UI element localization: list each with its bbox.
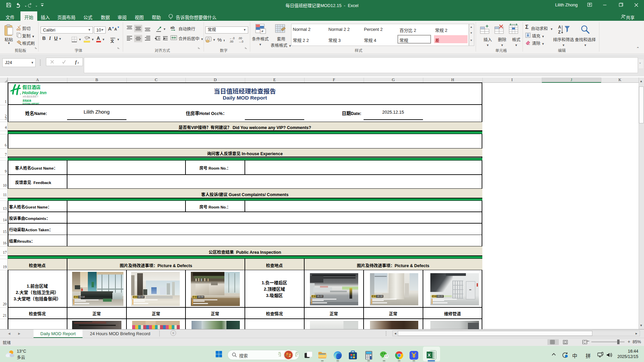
svg-text:▼: ▼ (78, 38, 82, 41)
svg-text:▼: ▼ (163, 27, 166, 31)
svg-text:▼: ▼ (213, 38, 216, 42)
svg-text:.00: .00 (229, 40, 233, 43)
svg-text:X: X (428, 353, 431, 358)
svg-text:▼: ▼ (91, 38, 94, 41)
svg-text:▼: ▼ (102, 38, 105, 41)
svg-text:x: x (77, 61, 79, 64)
svg-text:▼: ▼ (117, 38, 120, 41)
svg-text:Z: Z (558, 30, 560, 35)
svg-text:←.0: ←.0 (229, 37, 235, 40)
svg-text:假日酒店: 假日酒店 (22, 83, 41, 90)
svg-text:→.0: →.0 (238, 40, 244, 43)
svg-text:洲际酒店集团旗下: 洲际酒店集团旗下 (22, 95, 39, 98)
svg-text:文: 文 (110, 39, 114, 43)
svg-text:.00: .00 (238, 37, 242, 40)
svg-text:f: f (75, 60, 77, 65)
svg-text:Holiday Inn: Holiday Inn (22, 90, 47, 95)
svg-text:A: A (558, 25, 561, 29)
svg-text:ab: ab (170, 25, 175, 29)
svg-text:,: , (223, 36, 225, 42)
svg-text:A: A (97, 36, 100, 41)
svg-text:GUIYANG AIRPORT: GUIYANG AIRPORT (22, 103, 39, 105)
svg-text:%: % (217, 37, 222, 43)
svg-text:≠: ≠ (261, 29, 263, 33)
svg-text:贵阳机场: 贵阳机场 (22, 99, 32, 102)
